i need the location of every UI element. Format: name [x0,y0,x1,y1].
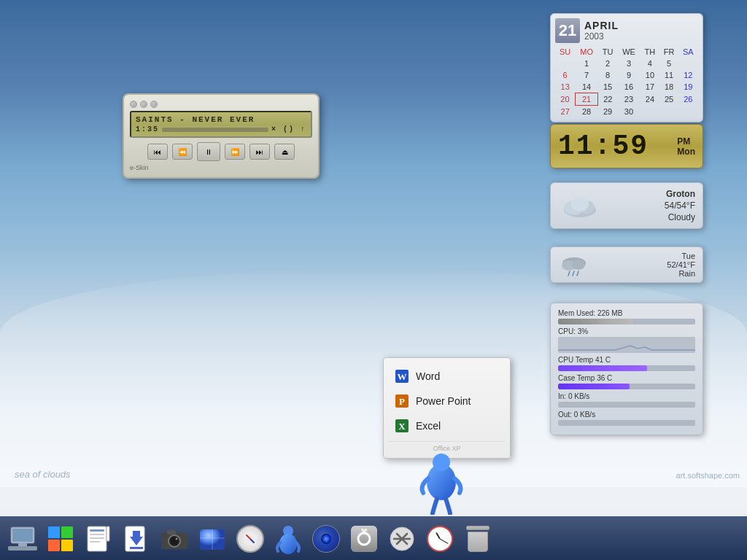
player-dots [130,101,312,108]
taskbar-eye[interactable] [309,522,343,556]
trash-body [468,532,488,552]
taskbar-clock[interactable] [423,522,457,556]
taskbar-laptop[interactable] [6,522,39,556]
svg-rect-20 [8,546,37,551]
windows-logo [48,526,73,551]
svg-line-7 [568,271,570,276]
svg-rect-24 [90,534,104,535]
calendar-month-year: APRIL 2003 [584,20,698,42]
player-rewind-btn[interactable]: ⏪ [172,144,193,160]
weekday-fr: FR [659,46,678,58]
cal-cell: 3 [617,58,640,69]
sysmon-mem-bar [558,319,633,324]
weekday-sa: SA [678,46,697,58]
taskbar-windows[interactable] [44,522,77,556]
taskbar-camera[interactable] [158,522,191,556]
svg-rect-30 [130,547,143,549]
cal-cell: 9 [617,69,640,81]
svg-text:⌘: ⌘ [360,528,368,536]
clock-time: 11:59 [558,131,649,162]
trash-icon [466,526,489,552]
weekday-th: TH [640,46,659,58]
svg-point-35 [176,537,178,540]
cal-cell [640,106,659,118]
trash-lid [466,526,489,530]
excel-icon: X [394,418,410,434]
taskbar-tools[interactable] [385,522,419,556]
cal-cell: 25 [659,93,678,106]
weather-tomorrow-temp: 52/41°F [597,260,695,269]
clock-widget: 11:59 PM Mon [550,124,703,168]
player-brand: e-Skin [130,164,312,171]
taskbar-finder[interactable]: ⌘ [347,522,381,556]
cal-cell: 26 [678,93,697,106]
cal-cell: 28 [575,106,598,118]
svg-rect-23 [90,529,104,532]
taskbar-package[interactable] [196,522,229,556]
taskbar-office[interactable] [271,522,305,556]
office-excel-item[interactable]: X Excel [388,413,506,438]
cal-cell: 19 [678,81,697,93]
clock-ampm: PM [677,136,690,147]
office-powerpoint-label: Power Point [416,395,471,407]
office-icon [273,524,303,554]
cal-cell [678,58,697,69]
sysmon-cpu-graph [558,337,695,353]
taskbar-trash[interactable] [461,522,495,556]
win-quad-yellow [61,540,73,551]
tools-icon [388,525,416,553]
weather-location: Groton [608,189,695,199]
cal-cell: 14 [575,81,598,93]
office-word-item[interactable]: W Word [388,364,506,389]
player-prev-btn[interactable]: ⏮ [147,144,168,160]
player-pause-btn[interactable]: ⏸ [197,142,220,161]
rain-cloud-icon [558,252,591,278]
weather-temp: 54/54°F [608,201,695,211]
sysmon-mem-bar-bg [558,319,695,324]
safari-icon [236,525,264,553]
svg-rect-19 [12,529,33,542]
word-icon: W [394,368,410,384]
svg-rect-25 [90,537,104,539]
win-quad-red [48,540,60,551]
watermark-right: art.softshape.com [676,471,740,480]
cal-cell-today: 21 [575,93,598,106]
weekday-su: SU [555,46,575,58]
calendar-widget: 21 APRIL 2003 SU MO TU WE TH FR SA 1 2 3 [550,13,703,122]
cal-cell: 12 [678,69,697,81]
sysmon-cputemp-bar [558,365,647,371]
sysmon-mem-row: Mem Used: 226 MB [558,309,695,324]
win-quad-blue [48,526,60,538]
cal-cell: 22 [598,93,617,106]
player-extra: × () ↑ [271,125,306,133]
player-dot-3 [150,101,158,108]
player-next-btn[interactable]: ⏭ [249,144,270,160]
cpu-graph-svg [558,337,695,353]
player-time: 1:35 [136,125,159,133]
svg-text:W: W [398,371,407,382]
calendar-month: APRIL [584,20,698,31]
weather-tomorrow-icon [558,252,591,278]
svg-point-40 [279,534,297,554]
cal-cell: 2 [598,58,617,69]
svg-point-6 [572,260,585,270]
clock-ampm-day: PM Mon [677,136,695,157]
sysmon-netin-label: In: 0 KB/s [558,392,695,400]
taskbar-docs[interactable] [82,522,115,556]
cal-cell: 1 [575,58,598,69]
player-eject-btn[interactable]: ⏏ [274,144,295,160]
cal-cell: 16 [617,81,640,93]
taskbar-safari[interactable] [233,522,267,556]
svg-text:X: X [398,421,406,432]
office-powerpoint-item[interactable]: P Power Point [388,389,506,413]
cal-cell: 18 [659,81,678,93]
sysmon-netin-row: In: 0 KB/s [558,392,695,408]
powerpoint-icon: P [394,393,410,409]
cal-cell: 30 [617,106,640,118]
taskbar-download[interactable] [120,522,153,556]
calendar-grid: SU MO TU WE TH FR SA 1 2 3 4 5 6 7 [555,46,698,117]
player-forward-btn[interactable]: ⏩ [225,144,245,160]
weather-tomorrow-widget: Tue 52/41°F Rain [550,246,703,283]
svg-rect-26 [90,541,100,542]
weekday-we: WE [617,46,640,58]
